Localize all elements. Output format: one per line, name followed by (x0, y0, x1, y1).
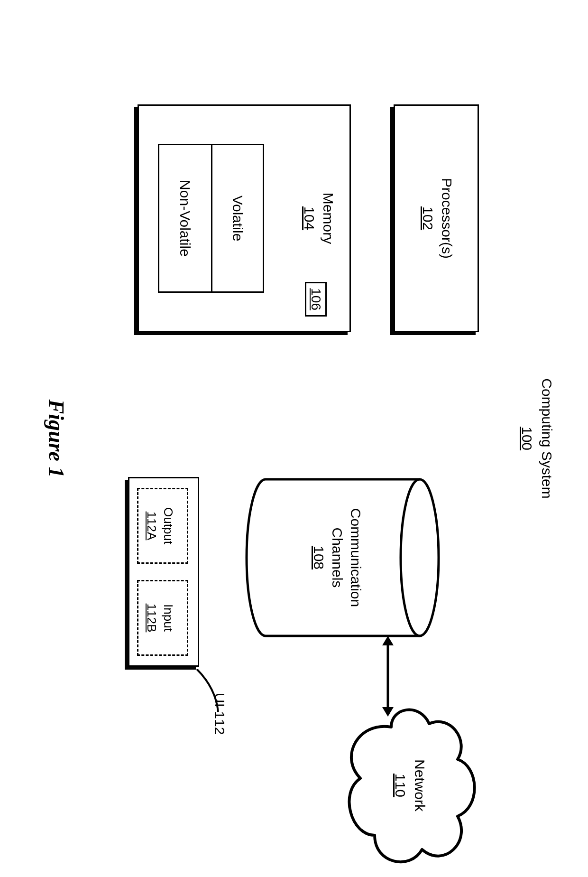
volatile-cell: Volatile (211, 144, 264, 293)
ui-block: Output 112A Input 112B (128, 477, 199, 667)
figure-caption: Figure 1 (44, 0, 69, 877)
network-block: Network 110 (341, 705, 481, 866)
communication-channels-block: Communication Channels 108 (244, 477, 441, 638)
processor-ref: 102 (420, 206, 436, 230)
processor-block: Processor(s) 102 (394, 104, 479, 332)
nonvolatile-cell: Non-Volatile (158, 144, 211, 293)
memory-table: Volatile Non-Volatile (158, 144, 264, 293)
diagram-title-text: Computing System (539, 0, 555, 877)
ui-input-ref: 112B (143, 581, 160, 654)
memory-exe-ref: 106 (305, 282, 327, 317)
comm-ref: 108 (310, 477, 328, 638)
ui-input-block: Input 112B (137, 580, 188, 656)
ui-output-label: Output (160, 489, 176, 562)
comm-label-2: Channels (328, 477, 347, 638)
svg-marker-2 (382, 636, 394, 645)
ui-output-ref: 112A (143, 489, 160, 562)
network-ref: 110 (391, 705, 410, 866)
diagram-title: Computing System 100 (519, 0, 555, 877)
figure-canvas: Computing System 100 Processor(s) 102 Me… (0, 0, 588, 877)
ui-output-block: Output 112A (137, 488, 188, 564)
ui-input-label: Input (160, 581, 176, 654)
ui-leader-label: UI 112 (211, 693, 228, 735)
processor-label: Processor(s) (439, 106, 455, 331)
diagram-title-ref: 100 (519, 0, 535, 877)
memory-block: Memory 104 106 Volatile Non-Volatile (138, 104, 351, 332)
network-label: Network (410, 705, 430, 866)
comm-label-1: Communication (347, 477, 365, 638)
svg-point-0 (401, 479, 439, 636)
